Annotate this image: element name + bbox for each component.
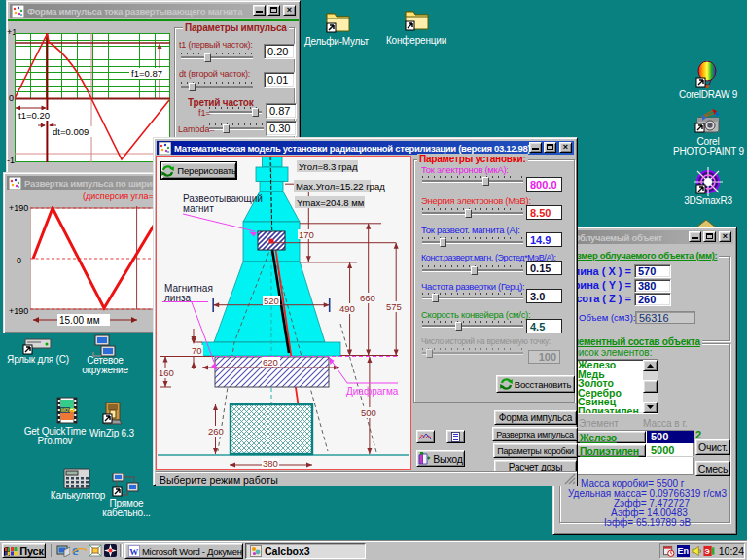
svg-text:W: W — [129, 547, 138, 557]
svg-text:260: 260 — [208, 426, 224, 437]
svg-text:Угол=8.3 град: Угол=8.3 град — [299, 161, 358, 172]
svg-text:f1=0.87: f1=0.87 — [131, 68, 162, 79]
svg-text:660: 660 — [360, 293, 375, 303]
svg-text:160: 160 — [159, 368, 174, 378]
svg-text:MOVIE: MOVIE — [61, 408, 76, 413]
svg-text:t1=0.20: t1=0.20 — [18, 110, 50, 121]
svg-text:Э: Э — [704, 547, 709, 556]
svg-text:500: 500 — [361, 407, 376, 418]
svg-text:490: 490 — [339, 303, 355, 314]
svg-text:магнит: магнит — [183, 203, 214, 214]
svg-text:Диафрагма: Диафрагма — [346, 386, 399, 397]
svg-text:dt=0.009: dt=0.009 — [53, 126, 89, 137]
svg-text:Ymax=204.8 мм: Ymax=204.8 мм — [297, 197, 364, 208]
svg-text:575: 575 — [386, 301, 402, 312]
svg-text:Мах.Угол=15.22 град: Мах.Угол=15.22 град — [296, 181, 385, 192]
svg-text:15.00 мм: 15.00 мм — [59, 315, 100, 326]
svg-text:70: 70 — [192, 345, 202, 356]
svg-text:линза: линза — [164, 293, 192, 303]
svg-text:380: 380 — [263, 458, 278, 468]
svg-text:170: 170 — [299, 229, 314, 240]
svg-text:620: 620 — [263, 357, 278, 368]
svg-text:520: 520 — [264, 296, 279, 306]
